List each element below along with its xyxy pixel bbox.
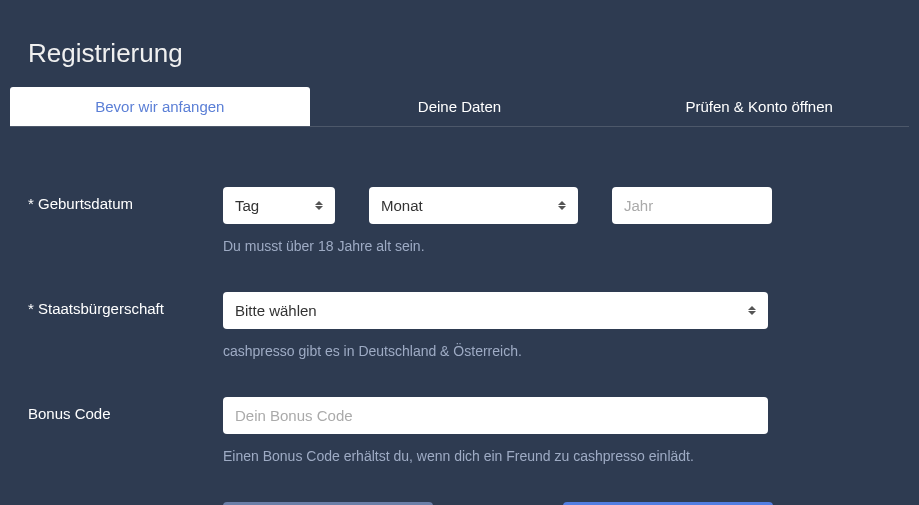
chevron-sort-icon [315,201,323,210]
label-birthdate: * Geburtsdatum [28,187,223,212]
select-month-value: Monat [381,197,423,214]
page-header: Registrierung [10,0,909,87]
input-bonus[interactable] [235,407,756,424]
input-year-wrapper [612,187,772,224]
page-title: Registrierung [28,38,891,69]
label-bonus: Bonus Code [28,397,223,422]
select-day[interactable]: Tag [223,187,335,224]
tab-step2[interactable]: Deine Daten [310,87,610,126]
select-citizenship-value: Bitte wählen [235,302,317,319]
fields-birthdate: Tag Monat Du musst über 18 Jahre alt sei… [223,187,891,254]
select-month[interactable]: Monat [369,187,578,224]
tab-step1[interactable]: Bevor wir anfangen [10,87,310,126]
input-bonus-wrapper [223,397,768,434]
chevron-sort-icon [748,306,756,315]
label-citizenship: * Staatsbürgerschaft [28,292,223,317]
hint-bonus: Einen Bonus Code erhältst du, wenn dich … [223,448,891,464]
select-citizenship[interactable]: Bitte wählen [223,292,768,329]
chevron-sort-icon [558,201,566,210]
tab-step3[interactable]: Prüfen & Konto öffnen [609,87,909,126]
step-tabs: Bevor wir anfangen Deine Daten Prüfen & … [10,87,909,127]
fields-citizenship: Bitte wählen cashpresso gibt es in Deuts… [223,292,891,359]
row-citizenship: * Staatsbürgerschaft Bitte wählen cashpr… [28,292,891,359]
input-year[interactable] [624,197,760,214]
hint-citizenship: cashpresso gibt es in Deutschland & Öste… [223,343,891,359]
select-day-value: Tag [235,197,259,214]
hint-birthdate: Du musst über 18 Jahre alt sein. [223,238,891,254]
row-bonus: Bonus Code Einen Bonus Code erhältst du,… [28,397,891,464]
row-birthdate: * Geburtsdatum Tag Monat Du musst über 1… [28,187,891,254]
fields-bonus: Einen Bonus Code erhältst du, wenn dich … [223,397,891,464]
form-area: * Geburtsdatum Tag Monat Du musst über 1… [10,127,909,505]
